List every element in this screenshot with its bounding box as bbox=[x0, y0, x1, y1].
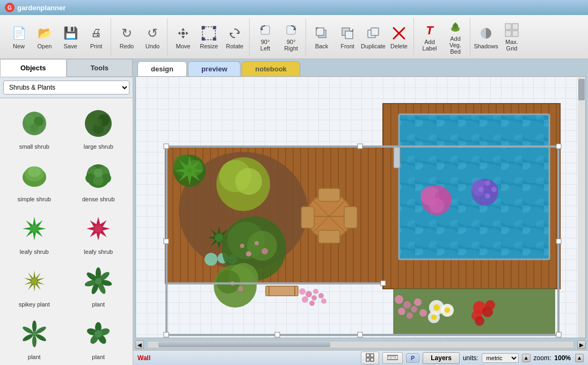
print-button[interactable]: Print bbox=[84, 20, 108, 54]
plant-item-leafy-shrub-1[interactable]: leafy shrub bbox=[3, 207, 66, 257]
rotate-button[interactable]: Rotate bbox=[222, 20, 247, 54]
h-scroll-thumb[interactable] bbox=[158, 342, 330, 347]
scroll-right-arrow[interactable]: ▶ bbox=[577, 340, 586, 349]
svg-point-94 bbox=[95, 330, 102, 338]
handle-inner-corner[interactable] bbox=[381, 281, 386, 286]
svg-rect-192 bbox=[366, 358, 369, 361]
garden-svg[interactable] bbox=[136, 77, 585, 338]
svg-point-171 bbox=[419, 309, 427, 317]
plant-item-2[interactable]: plant bbox=[3, 312, 66, 362]
plant-label-small-shrub: small shrub bbox=[19, 143, 49, 150]
plant-item-1[interactable]: plant bbox=[68, 259, 130, 310]
plant-item-3[interactable]: plant bbox=[68, 312, 130, 362]
print-label: Print bbox=[90, 43, 103, 49]
undo-icon bbox=[144, 25, 161, 42]
grid-toggle-button[interactable] bbox=[361, 352, 379, 364]
redo-button[interactable]: Redo bbox=[114, 20, 139, 54]
handle-tr[interactable] bbox=[556, 144, 561, 149]
tab-preview[interactable]: preview bbox=[188, 61, 241, 76]
units-label: units: bbox=[463, 354, 478, 362]
tab-design[interactable]: design bbox=[137, 61, 187, 76]
tab-objects[interactable]: Objects bbox=[0, 59, 67, 77]
maxgrid-button[interactable]: Max. Grid bbox=[499, 20, 524, 54]
zoom-value: 100% bbox=[554, 354, 571, 362]
rotate-label: Rotate bbox=[226, 43, 243, 49]
scroll-left-arrow[interactable]: ◀ bbox=[135, 340, 144, 349]
p-button[interactable]: P bbox=[406, 353, 419, 363]
units-up-arrow[interactable]: ▲ bbox=[522, 354, 531, 362]
svg-point-163 bbox=[485, 300, 495, 310]
plant-item-leafy-shrub-2[interactable]: leafy shrub bbox=[68, 207, 130, 257]
open-button[interactable]: Open bbox=[32, 20, 57, 54]
chair-bottom[interactable] bbox=[318, 230, 340, 243]
90right-button[interactable]: 90° Right bbox=[279, 20, 303, 54]
plant-item-large-shrub[interactable]: large shrub bbox=[68, 101, 130, 152]
ruler-toggle-button[interactable] bbox=[382, 352, 403, 364]
add-label-button[interactable]: T Add Label bbox=[417, 20, 442, 54]
chair-right[interactable] bbox=[344, 207, 357, 228]
shadows-button[interactable]: Shadows bbox=[474, 20, 498, 54]
handle-br[interactable] bbox=[556, 332, 561, 337]
undo-button[interactable]: Undo bbox=[140, 20, 165, 54]
layers-button[interactable]: Layers bbox=[423, 352, 460, 364]
grid-icon bbox=[366, 353, 374, 362]
plant-icon-small-shrub bbox=[16, 105, 53, 142]
back-button[interactable]: Back bbox=[309, 20, 334, 54]
new-button[interactable]: New bbox=[6, 20, 31, 54]
handle-bml[interactable] bbox=[275, 332, 280, 337]
svg-point-62 bbox=[95, 225, 102, 232]
svg-point-168 bbox=[411, 306, 417, 312]
units-select[interactable]: metric imperial bbox=[482, 353, 519, 363]
maxgrid-icon bbox=[503, 23, 520, 38]
delete-button[interactable]: Delete bbox=[387, 20, 411, 54]
bench[interactable] bbox=[266, 286, 298, 296]
handle-ml[interactable] bbox=[164, 239, 169, 244]
zoom-up-arrow[interactable]: ▲ bbox=[575, 354, 584, 362]
resize-button[interactable]: Resize bbox=[197, 20, 221, 54]
category-dropdown[interactable]: Shrubs & Plants Trees Flowers Ground Cov… bbox=[3, 81, 129, 94]
svg-point-172 bbox=[299, 288, 306, 295]
save-button[interactable]: Save bbox=[58, 20, 83, 54]
plant-icon-simple-shrub bbox=[16, 157, 53, 195]
svg-point-153 bbox=[485, 193, 490, 199]
print-icon bbox=[88, 25, 105, 42]
pink-bench-flowers[interactable] bbox=[299, 288, 326, 306]
canvas-wrapper[interactable] bbox=[135, 76, 586, 338]
plant-item-spikey[interactable]: spikey plant bbox=[3, 259, 66, 310]
purple-flower-cluster[interactable] bbox=[471, 179, 498, 206]
svg-rect-23 bbox=[512, 24, 518, 30]
move-button[interactable]: Move bbox=[171, 20, 195, 54]
chair-top[interactable] bbox=[318, 188, 340, 201]
handle-tl[interactable] bbox=[164, 144, 169, 149]
move-icon bbox=[175, 25, 192, 42]
tab-tools[interactable]: Tools bbox=[67, 59, 133, 77]
handle-bm[interactable] bbox=[358, 332, 362, 337]
handle-mr[interactable] bbox=[556, 239, 561, 244]
plant-item-simple-shrub[interactable]: simple shrub bbox=[3, 154, 66, 205]
plant-item-dense-shrub[interactable]: dense shrub bbox=[68, 154, 130, 205]
add-veg-button[interactable]: Add Veg. Bed bbox=[443, 20, 468, 54]
handle-tm[interactable] bbox=[358, 144, 362, 149]
handle-bl[interactable] bbox=[164, 332, 169, 337]
duplicate-button[interactable]: Duplicate bbox=[361, 20, 386, 54]
svg-point-134 bbox=[246, 251, 251, 257]
plant-item-small-shrub[interactable]: small shrub bbox=[3, 101, 66, 152]
zoom-label: zoom: bbox=[534, 354, 551, 362]
yellow-shrub[interactable] bbox=[216, 157, 270, 211]
90left-button[interactable]: 90° Left bbox=[253, 20, 278, 54]
tab-notebook[interactable]: notebook bbox=[242, 61, 300, 76]
chair-left[interactable] bbox=[301, 207, 314, 228]
save-label: Save bbox=[63, 43, 77, 49]
h-scroll-area: ◀ ▶ bbox=[135, 340, 586, 349]
teal-plant-1[interactable] bbox=[205, 253, 217, 266]
svg-point-130 bbox=[215, 233, 223, 242]
front-button[interactable]: Front bbox=[335, 20, 360, 54]
svg-point-176 bbox=[313, 289, 318, 294]
delete-icon bbox=[390, 25, 408, 42]
canvas-scrollbar-vertical[interactable] bbox=[578, 77, 585, 338]
canvas-scroll-thumb-vertical[interactable] bbox=[578, 79, 585, 100]
large-leafy-plant-1[interactable] bbox=[173, 155, 206, 187]
90right-icon bbox=[282, 23, 300, 38]
h-scrollbar[interactable] bbox=[147, 341, 574, 348]
back-label: Back bbox=[315, 43, 328, 49]
